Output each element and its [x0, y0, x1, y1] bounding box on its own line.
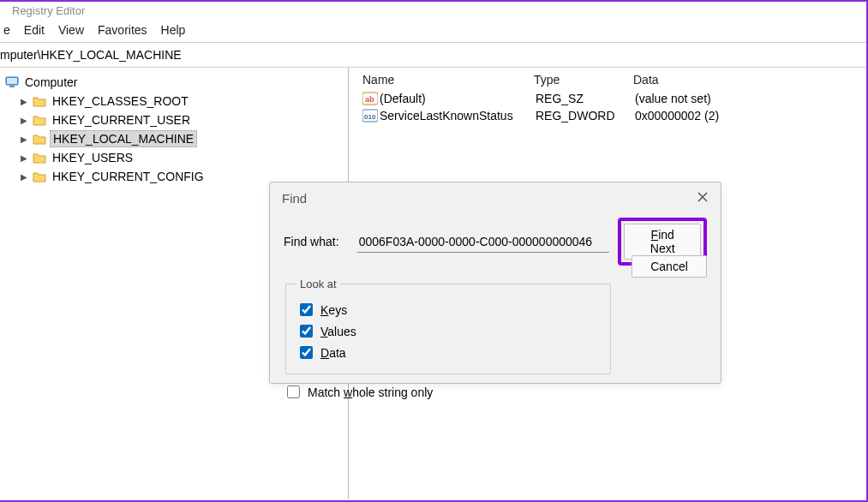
look-at-group: Look at Keys Values Data — [285, 278, 611, 374]
menu-item-help[interactable]: Help — [161, 23, 186, 37]
address-bar[interactable]: mputer\HKEY_LOCAL_MACHINE — [0, 42, 866, 68]
row-name: ServiceLastKnownStatus — [380, 109, 536, 123]
menu-item-view[interactable]: View — [58, 23, 84, 37]
tree-item-current-user[interactable]: ▶ HKEY_CURRENT_USER — [3, 111, 344, 129]
keys-label: Keys — [320, 303, 347, 317]
svg-text:010: 010 — [364, 113, 376, 121]
cancel-button[interactable]: Cancel — [632, 255, 707, 278]
computer-icon — [5, 76, 19, 88]
col-name[interactable]: Name — [362, 73, 534, 87]
chevron-right-icon[interactable]: ▶ — [19, 115, 29, 125]
folder-icon — [33, 152, 46, 164]
row-type: REG_DWORD — [536, 109, 635, 123]
look-at-legend: Look at — [296, 278, 340, 290]
values-checkbox-row[interactable]: Values — [296, 322, 600, 340]
tree-item-label: HKEY_USERS — [50, 150, 135, 165]
svg-text:ab: ab — [365, 95, 374, 104]
find-what-input[interactable] — [357, 231, 610, 253]
list-row[interactable]: 010 ServiceLastKnownStatus REG_DWORD 0x0… — [349, 107, 866, 124]
dword-value-icon: 010 — [362, 109, 378, 123]
tree-item-label: HKEY_CLASSES_ROOT — [50, 93, 191, 109]
svg-rect-2 — [9, 86, 15, 87]
string-value-icon: ab — [362, 92, 378, 105]
chevron-right-icon[interactable]: ▶ — [19, 96, 29, 106]
keys-checkbox[interactable] — [300, 303, 313, 316]
tree-item-label: HKEY_LOCAL_MACHINE — [50, 130, 197, 147]
tree-item-label: HKEY_CURRENT_USER — [50, 112, 193, 128]
menu-item-file[interactable]: e — [3, 23, 10, 37]
chevron-right-icon[interactable]: ▶ — [19, 171, 29, 182]
col-data[interactable]: Data — [633, 73, 866, 87]
values-label: Values — [320, 325, 356, 338]
folder-icon — [33, 133, 46, 145]
dialog-title: Find — [282, 191, 307, 206]
list-row[interactable]: ab (Default) REG_SZ (value not set) — [349, 90, 866, 107]
row-name: (Default) — [380, 92, 536, 105]
menu-item-edit[interactable]: Edit — [24, 23, 45, 37]
data-label: Data — [320, 346, 346, 360]
data-checkbox-row[interactable]: Data — [296, 344, 600, 362]
menubar: e Edit View Favorites Help — [0, 20, 866, 42]
data-checkbox[interactable] — [300, 346, 313, 359]
chevron-right-icon[interactable]: ▶ — [19, 152, 29, 163]
col-type[interactable]: Type — [534, 73, 633, 87]
tree-root-label: Computer — [22, 75, 80, 90]
match-whole-label: Match whole string only — [308, 385, 433, 399]
list-header[interactable]: Name Type Data — [349, 68, 866, 90]
menu-item-favorites[interactable]: Favorites — [98, 23, 147, 37]
folder-icon — [33, 170, 46, 182]
keys-checkbox-row[interactable]: Keys — [296, 301, 600, 319]
window-title: Registry Editor — [0, 2, 866, 20]
row-type: REG_SZ — [536, 92, 635, 105]
find-dialog: Find Find what: FFind Nextind Next Cance… — [269, 182, 721, 384]
tree-item-label: HKEY_CURRENT_CONFIG — [50, 169, 207, 184]
match-whole-row[interactable]: Match whole string only — [284, 383, 707, 401]
find-what-label: Find what: — [284, 235, 349, 248]
svg-rect-1 — [7, 78, 17, 84]
tree-item-users[interactable]: ▶ HKEY_USERS — [3, 148, 344, 167]
chevron-right-icon[interactable]: ▶ — [19, 134, 29, 144]
row-data: (value not set) — [635, 92, 866, 105]
find-next-button[interactable]: FFind Nextind Next — [624, 224, 701, 260]
match-whole-checkbox[interactable] — [287, 385, 300, 398]
tree-item-local-machine[interactable]: ▶ HKEY_LOCAL_MACHINE — [3, 129, 344, 148]
folder-icon — [33, 114, 46, 126]
values-checkbox[interactable] — [300, 325, 313, 338]
tree-item-classes-root[interactable]: ▶ HKEY_CLASSES_ROOT — [3, 92, 344, 111]
row-data: 0x00000002 (2) — [635, 109, 866, 123]
folder-icon — [33, 95, 46, 107]
close-icon[interactable] — [697, 191, 709, 206]
tree-root[interactable]: Computer — [3, 73, 344, 92]
